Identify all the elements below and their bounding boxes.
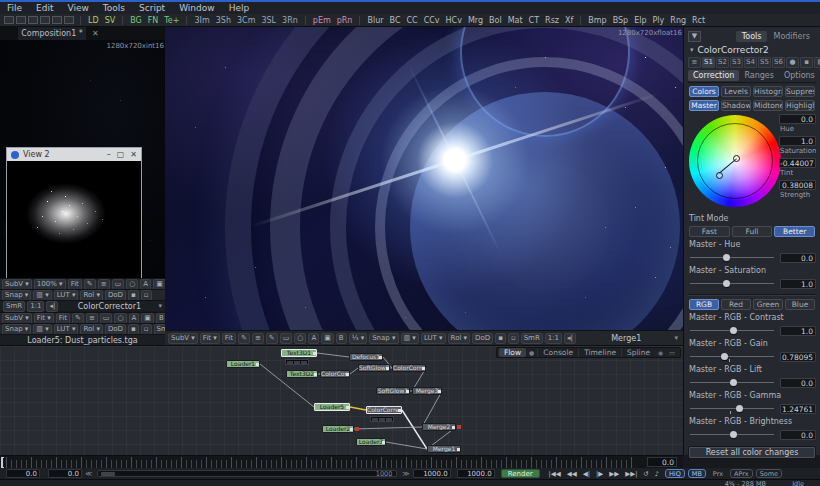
tool-header-chip-icon[interactable]: ▤ [814,57,820,68]
viewer-tool-icon[interactable]: ▥ ▾ [33,290,51,301]
tool-shortcut-te[interactable]: Te+ [161,16,182,25]
viewer-tool-rol[interactable]: Rol ▾ [80,290,103,301]
flow-edge[interactable] [317,353,349,357]
chevron-down-icon[interactable]: ▾ [158,302,162,310]
tool-shortcut-bsp[interactable]: BSp [610,16,632,25]
viewer-tool-lut[interactable]: LUT ▾ [54,290,79,301]
tool-shortcut-bc[interactable]: BC [387,16,404,25]
color-wheel-handle[interactable] [733,155,740,162]
toggle-prx[interactable]: Prx [709,469,727,478]
tab-correction[interactable]: Correction [688,70,739,81]
viewer-tool-subv[interactable]: SubV ▾ [2,313,32,324]
flow-node-loader3[interactable]: Loader3 [356,438,386,446]
viewer-tool-icon[interactable]: ○ [126,279,138,290]
slider-handle[interactable] [723,254,730,261]
flow-panel-icon[interactable]: ◉ [655,349,666,356]
flow-tab-timeline[interactable]: Timeline [578,348,621,357]
channel-green[interactable]: Green [753,299,783,310]
slider-handle[interactable] [721,353,728,360]
viewer-tool-icon[interactable]: ≡ [86,313,98,324]
slider-value-field[interactable]: 1.0 [780,326,816,336]
slider-handle[interactable] [730,431,737,438]
tool-shortcut-ccv[interactable]: CCv [421,16,443,25]
tool-shortcut-sv[interactable]: SV [102,16,119,25]
slider-handle[interactable] [730,379,737,386]
viewer-tool-fit[interactable]: Fit ▾ [34,313,54,324]
viewer-tool-icon[interactable]: ✎ [72,313,84,324]
current-frame-field[interactable]: 0.0 [647,457,677,467]
window-layout-icon[interactable] [4,16,14,24]
slider-track[interactable] [688,325,776,336]
viewer-tool-icon[interactable]: ✎ [238,333,250,344]
viewer-status-smr[interactable]: SmR [3,301,25,312]
flow-node-loader5[interactable]: Loader5 [314,403,350,411]
slider-value-field[interactable]: 0.0 [780,378,816,388]
tint-mode-better[interactable]: Better [774,226,815,237]
slider-value-field[interactable]: 1.0 [780,279,816,289]
viewer-tool-subv[interactable]: SubV ▾ [168,333,198,344]
tool-header[interactable]: ▾ ColorCorrector2 [688,43,816,56]
tab-ranges[interactable]: Ranges [739,70,779,81]
viewer-tool-icon[interactable]: ≡ [98,279,110,290]
tool-header-chip-icon[interactable]: ≡ [688,57,701,68]
viewer-tool-icon[interactable]: ▫ [508,333,519,344]
tab-tools[interactable]: Tools [736,31,768,42]
tool-shortcut-rsz[interactable]: Rsz [542,16,562,25]
flow-node-merge2[interactable]: Merge2 [422,423,456,431]
tint-mode-full[interactable]: Full [732,226,773,237]
viewer-tool-b[interactable]: B [156,313,165,324]
flow-edge[interactable] [422,391,442,427]
flow-node-text3d2[interactable]: Text3D2 [286,370,318,378]
playhead-marker[interactable] [1,457,4,468]
menu-item-view[interactable]: View [61,2,96,14]
tab-shadows[interactable]: Shadows [721,100,751,111]
tab-master[interactable]: Master [689,100,719,111]
flow-edge[interactable] [350,407,366,410]
global-start-field[interactable]: 0.0 [6,469,40,478]
channel-rgb[interactable]: RGB [689,299,719,310]
tab-levels[interactable]: Levels [721,86,751,97]
view2-image[interactable] [7,161,141,278]
chevron-down-icon[interactable]: ▾ [674,334,678,342]
viewer-tool-dod[interactable]: DoD [105,290,126,301]
play-icon[interactable]: |▶ [594,470,605,478]
reset-color-button[interactable]: Reset all color changes [688,446,816,459]
tool-shortcut-mat[interactable]: Mat [505,16,526,25]
flow-panel-icon[interactable]: ▭ [666,349,678,356]
viewer-tool-a[interactable]: A [308,333,319,344]
tool-shortcut-bol[interactable]: Bol [486,16,505,25]
tab-colors[interactable]: Colors [689,86,719,97]
tool-shortcut-cc[interactable]: CC [403,16,420,25]
tool-shortcut-blur[interactable]: Blur [364,16,386,25]
main-viewport[interactable]: 1280x720xfloat16 [165,27,683,330]
tool-header-chip-s3[interactable]: S3 [730,57,743,68]
viewer-tool-icon[interactable]: ▣ [153,279,165,290]
tool-shortcut-3cm[interactable]: 3Cm [234,16,258,25]
viewer-tool-a[interactable]: A [140,279,151,290]
flow-node-softglow2[interactable]: SoftGlow2 [358,364,390,372]
tool-shortcut-hcv[interactable]: HCv [443,16,465,25]
tab-suppress[interactable]: Suppress [785,86,815,97]
tool-shortcut-ld[interactable]: LD [85,16,102,25]
viewer-tool-icon[interactable]: ⅓ ▾ [349,333,368,344]
viewer-tool-icon[interactable]: ○ [114,313,126,324]
toggle-mb[interactable]: MB [688,469,706,478]
slider-value-field[interactable]: 0.0 [780,430,816,440]
menu-item-file[interactable]: File [0,2,29,14]
viewer-tool-icon[interactable]: ▫ [141,324,152,335]
viewer-tool-rol[interactable]: Rol ▾ [80,324,103,335]
node-output-dot[interactable] [438,390,441,393]
slider-track[interactable] [688,351,776,362]
slider-value-field[interactable]: 0.0 [780,253,816,263]
render-button[interactable]: Render [501,469,540,478]
tool-shortcut-rng[interactable]: Rng [667,16,689,25]
close-icon[interactable]: ✕ [130,150,137,159]
viewer-tool-icon[interactable]: ✎ [266,333,278,344]
node-output-dot[interactable] [382,441,385,444]
tab-modifiers[interactable]: Modifiers [767,31,816,42]
flow-node-loader2[interactable]: Loader2 [322,425,354,433]
tool-shortcut-ply[interactable]: Ply [650,16,668,25]
loop-icon[interactable]: ↺ [641,470,650,478]
node-output-dot[interactable] [386,367,389,370]
node-output-dot[interactable] [350,428,353,431]
